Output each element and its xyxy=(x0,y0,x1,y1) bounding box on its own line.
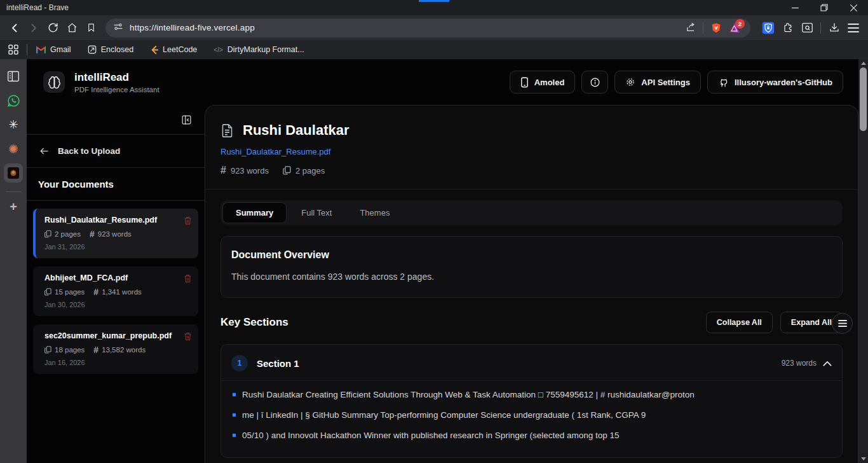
site-settings-icon[interactable] xyxy=(113,22,123,34)
api-settings-button[interactable]: API Settings xyxy=(614,71,701,93)
document-date: Jan 16, 2026 xyxy=(44,359,189,366)
minimize-button[interactable] xyxy=(780,0,810,15)
chatgpt-icon[interactable]: ✳ xyxy=(4,115,23,134)
overview-text: This document contains 923 words across … xyxy=(231,272,832,282)
section-bullet-list: Rushi Daulatkar Creating Efficient Solut… xyxy=(231,381,832,457)
bullet-text: me | ī LinkedIn | § GitHub Summary Top-p… xyxy=(242,410,646,420)
collapse-all-button[interactable]: Collapse All xyxy=(706,312,773,333)
document-card[interactable]: sec20summer_kumar_prepub.pdf 18 pages #1… xyxy=(33,324,198,374)
restore-button[interactable] xyxy=(810,0,839,15)
bullet-item: me | ī LinkedIn | § GitHub Summary Top-p… xyxy=(233,410,831,420)
bullet-marker xyxy=(233,434,236,437)
section-number-badge: 1 xyxy=(231,355,248,371)
word-count: 923 words xyxy=(231,166,269,176)
floating-menu-button[interactable] xyxy=(832,313,853,334)
page-scrollbar[interactable] xyxy=(858,59,868,463)
apps-grid-icon[interactable] xyxy=(4,40,23,59)
bookmark-leetcode[interactable]: LeetCode xyxy=(145,43,202,57)
reload-icon[interactable] xyxy=(43,18,62,38)
forward-icon[interactable] xyxy=(24,18,43,38)
reader-mode-icon[interactable] xyxy=(797,18,817,38)
url-text[interactable]: https://intelliread-five.vercel.app xyxy=(130,23,683,32)
rewards-badge: 2 xyxy=(735,19,745,29)
extensions-icon[interactable] xyxy=(778,18,797,38)
bookmarks-bar: Gmail Enclosed LeetCode </> DirtyMarkup … xyxy=(0,40,868,59)
overview-heading: Document Overview xyxy=(231,249,832,261)
document-title: Rushi Daulatkar xyxy=(243,122,349,139)
hash-icon: # xyxy=(93,287,98,297)
app-header: intelliRead PDF Intelligence Assistant A… xyxy=(27,59,858,105)
document-name: Abhijeet_MD_FCA.pdf xyxy=(44,273,189,282)
tab-full-text[interactable]: Full Text xyxy=(288,203,344,223)
delete-document-icon[interactable] xyxy=(184,274,192,286)
bookmark-dirtymarkup[interactable]: </> DirtyMarkup Format... xyxy=(208,43,309,57)
page-count: 2 pages xyxy=(295,166,325,176)
document-date: Jan 30, 2026 xyxy=(44,301,189,308)
window-titlebar: intelliRead - Brave xyxy=(0,0,868,15)
bookmark-label: DirtyMarkup Format... xyxy=(227,45,304,54)
bookmark-icon[interactable] xyxy=(81,18,100,38)
app-title: intelliRead xyxy=(74,71,159,84)
bookmark-label: LeetCode xyxy=(163,45,197,54)
tab-themes[interactable]: Themes xyxy=(347,203,402,223)
divider xyxy=(27,44,27,55)
divider xyxy=(703,22,703,34)
scrollbar-thumb[interactable] xyxy=(860,67,867,131)
documents-list: Rushi_Daulatkar_Resume.pdf 2 pages #923 … xyxy=(27,201,205,382)
back-to-upload-label: Back to Upload xyxy=(58,146,120,156)
whatsapp-icon[interactable] xyxy=(4,91,23,110)
bookmark-gmail[interactable]: Gmail xyxy=(31,43,76,57)
collapse-sidebar-icon[interactable] xyxy=(181,114,192,125)
close-button[interactable] xyxy=(839,0,868,15)
section-card: 1 Section 1 923 words Rushi Daulatkar Cr… xyxy=(220,344,843,458)
delete-document-icon[interactable] xyxy=(184,332,192,343)
document-words: 1,341 words xyxy=(102,288,142,296)
bookmark-enclosed[interactable]: Enclosed xyxy=(83,43,139,57)
brave-rewards-icon[interactable]: 2 xyxy=(728,22,740,33)
github-button[interactable]: Illusory-warden's-GitHub xyxy=(707,71,843,93)
sidebar-panel-icon[interactable] xyxy=(4,67,23,86)
amoled-button[interactable]: Amoled xyxy=(510,71,576,93)
document-card[interactable]: Rushi_Daulatkar_Resume.pdf 2 pages #923 … xyxy=(33,209,198,258)
brave-shields-icon[interactable] xyxy=(710,22,722,34)
bullet-marker xyxy=(233,393,236,396)
document-detail-panel: Rushi Daulatkar Rushi_Daulatkar_Resume.p… xyxy=(205,105,858,463)
info-button[interactable] xyxy=(581,71,608,93)
document-pages: 2 pages xyxy=(55,230,81,238)
file-text-icon xyxy=(220,123,234,138)
divider xyxy=(6,191,21,192)
menu-icon[interactable] xyxy=(844,18,863,38)
bullet-text: Rushi Daulatkar Creating Efficient Solut… xyxy=(242,390,695,399)
documents-heading: Your Documents xyxy=(27,168,205,201)
scroll-up-arrow[interactable] xyxy=(858,59,868,67)
enclosed-icon xyxy=(88,45,97,54)
file-link[interactable]: Rushi_Daulatkar_Resume.pdf xyxy=(220,147,843,156)
leetcode-icon xyxy=(150,45,158,55)
delete-document-icon[interactable] xyxy=(184,216,192,228)
add-sidebar-item-icon[interactable]: + xyxy=(4,197,23,216)
downloads-icon[interactable] xyxy=(825,18,844,38)
bullet-item: 05/10 ) and Innovolt Hackathon Winner wi… xyxy=(233,431,831,440)
brain-logo-icon xyxy=(43,71,65,93)
section-title: Section 1 xyxy=(257,358,299,369)
tab-summary[interactable]: Summary xyxy=(223,203,286,223)
home-icon[interactable] xyxy=(62,18,81,38)
bitwarden-extension-icon[interactable] xyxy=(762,22,775,34)
back-icon[interactable] xyxy=(5,18,24,38)
hash-icon: # xyxy=(90,229,95,239)
active-site-icon[interactable] xyxy=(4,163,23,183)
url-bar[interactable]: https://intelliread-five.vercel.app 2 xyxy=(105,18,750,38)
brave-sidebar-rail: ✳ ✺ + xyxy=(0,59,27,463)
chevron-up-icon[interactable] xyxy=(823,361,832,366)
back-to-upload-button[interactable]: Back to Upload xyxy=(39,146,192,156)
documents-sidebar: Back to Upload Your Documents Rushi_Daul… xyxy=(27,105,205,463)
divider xyxy=(205,189,858,190)
document-words: 13,582 words xyxy=(102,346,146,354)
document-card[interactable]: Abhijeet_MD_FCA.pdf 15 pages #1,341 word… xyxy=(33,266,198,316)
section-header[interactable]: 1 Section 1 923 words xyxy=(231,355,832,380)
code-icon: </> xyxy=(214,46,222,53)
scroll-down-arrow[interactable] xyxy=(858,455,868,463)
hash-icon: # xyxy=(220,165,226,176)
share-icon[interactable] xyxy=(686,22,696,33)
claude-icon[interactable]: ✺ xyxy=(4,139,23,158)
